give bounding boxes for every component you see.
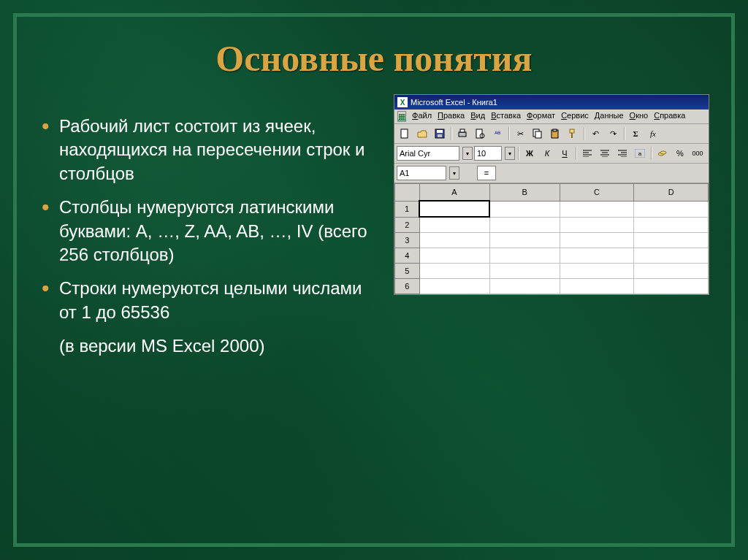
svg-rect-4 [459,132,466,137]
bold-button[interactable]: Ж [522,145,538,161]
cell[interactable] [560,217,634,233]
cell[interactable] [419,233,489,248]
cell[interactable] [489,217,560,233]
font-name-box[interactable]: Arial Cyr [397,146,459,161]
menu-data[interactable]: Данные [595,111,624,122]
cell[interactable] [634,201,709,217]
slide-frame: Основные понятия Рабочий лист состоит из… [13,13,735,547]
formula-equals[interactable]: = [477,166,496,180]
col-header[interactable]: A [419,184,489,202]
paste-icon[interactable] [547,126,563,142]
col-header[interactable]: B [489,184,560,202]
col-header[interactable]: C [560,184,634,202]
font-name-dropdown-icon[interactable]: ▾ [462,147,473,160]
slide: Основные понятия Рабочий лист состоит из… [0,0,748,560]
toolbar-sep [584,127,584,140]
print-icon[interactable] [454,126,470,142]
name-box-value: A1 [400,169,409,177]
bullet-text: Строки нумеруются целыми числами от 1 до… [59,278,362,321]
spellcheck-icon[interactable]: ᴬᴮ [489,126,505,142]
cell-A1[interactable] [419,201,489,217]
svg-point-29 [660,151,666,154]
currency-icon[interactable] [654,145,671,161]
slide-body: Рабочий лист состоит из ячеек, находящих… [17,87,731,369]
cell[interactable] [419,248,489,264]
svg-rect-5 [460,129,465,132]
menu-view[interactable]: Вид [470,111,485,122]
align-left-icon[interactable] [579,145,595,161]
bullet-item: Столбцы нумеруются латинскими буквами: A… [39,196,382,266]
cell[interactable] [560,279,634,294]
underline-button[interactable]: Ч [557,145,573,161]
cell[interactable] [489,233,560,248]
autosum-icon[interactable]: Σ [627,126,644,142]
toolbar-sep [518,147,519,160]
row-header[interactable]: 4 [395,248,420,264]
cut-icon[interactable]: ✂ [512,126,528,142]
menu-insert[interactable]: Вставка [491,111,521,122]
bullet-item: Строки нумеруются целыми числами от 1 до… [39,277,382,324]
cell[interactable] [419,264,489,279]
row-header[interactable]: 5 [395,264,420,279]
menu-help[interactable]: Справка [654,111,685,122]
cell[interactable] [489,248,560,264]
menu-tools[interactable]: Сервис [561,111,589,122]
menu-file[interactable]: Файл [412,111,432,122]
format-painter-icon[interactable] [565,126,581,142]
copy-icon[interactable] [530,126,546,142]
function-icon[interactable]: fx [645,126,661,142]
cell[interactable] [560,248,634,264]
name-box-dropdown-icon[interactable]: ▾ [449,166,459,180]
menu-format[interactable]: Формат [527,111,555,122]
redo-icon[interactable]: ↷ [605,126,621,142]
cell[interactable] [489,264,560,279]
save-icon[interactable] [432,126,448,142]
cell[interactable] [419,279,489,294]
cell[interactable] [560,233,634,248]
svg-rect-13 [571,133,573,138]
preview-icon[interactable] [472,126,488,142]
cell[interactable] [560,264,634,279]
cell[interactable] [489,201,560,217]
row-header[interactable]: 6 [395,279,420,294]
new-icon[interactable] [397,126,413,142]
font-size-dropdown-icon[interactable]: ▾ [505,147,515,160]
workbook-icon: ▦ [397,111,406,122]
thousands-icon[interactable]: 000 [690,145,706,161]
undo-icon[interactable]: ↶ [587,126,603,142]
open-icon[interactable] [414,126,430,142]
menu-window[interactable]: Окно [630,111,649,122]
excel-standard-toolbar: ᴬᴮ ✂ ↶ ↷ Σ fx [394,124,709,144]
cell[interactable] [419,217,489,233]
toolbar-sep [508,127,509,140]
bullet-list: Рабочий лист состоит из ячеек, находящих… [39,87,382,369]
font-size-box[interactable]: 10 [474,146,502,161]
svg-rect-11 [553,129,557,131]
toolbar-sep [624,127,625,140]
font-size-value: 10 [477,149,486,158]
bullet-text: Рабочий лист состоит из ячеек, находящих… [59,116,365,183]
name-box[interactable]: A1 [397,166,446,180]
percent-icon[interactable]: % [672,145,688,161]
toolbar-sep [576,147,576,160]
align-right-icon[interactable] [614,145,630,161]
italic-button[interactable]: К [539,145,555,161]
align-center-icon[interactable] [597,145,613,161]
cell[interactable] [634,248,709,264]
svg-rect-12 [570,129,574,133]
merge-center-icon[interactable]: a [632,145,648,161]
cell[interactable] [634,264,709,279]
row-header[interactable]: 1 [395,201,420,217]
menu-edit[interactable]: Правка [438,111,465,122]
slide-title: Основные понятия [17,37,731,80]
row-header[interactable]: 3 [395,233,420,248]
cell[interactable] [634,233,709,248]
cell[interactable] [634,279,709,294]
row-header[interactable]: 2 [395,217,420,233]
cell[interactable] [634,217,709,233]
excel-grid[interactable]: A B C D 1 [394,183,709,294]
cell[interactable] [560,201,634,217]
select-all-corner[interactable] [395,184,420,202]
col-header[interactable]: D [634,184,709,202]
cell[interactable] [489,279,560,294]
